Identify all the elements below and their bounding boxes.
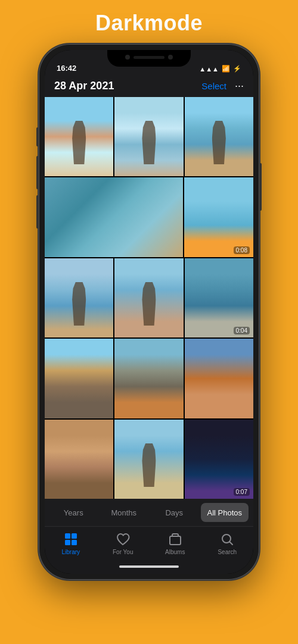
select-button[interactable]: Select: [201, 81, 226, 91]
timeline-bar: Years Months Days All Photos: [45, 499, 253, 526]
photo-cell[interactable]: [45, 97, 113, 176]
signal-icon: ▲▲▲: [199, 65, 219, 73]
tab-search-label: Search: [218, 549, 237, 555]
svg-rect-2: [65, 540, 70, 545]
page-title: Darkmode: [95, 11, 203, 36]
phone-frame: 16:42 ▲▲▲ 📶 ⚡ 28 Apr 2021 Select ···: [39, 44, 259, 580]
notch-camera: [125, 55, 173, 60]
search-icon: [219, 532, 235, 547]
status-icons: ▲▲▲ 📶 ⚡: [199, 65, 241, 73]
grid-row: [45, 97, 253, 176]
tab-albums-label: Albums: [165, 549, 185, 555]
person-silhouette: [70, 121, 88, 164]
photo-header: 28 Apr 2021 Select ···: [45, 76, 253, 97]
photo-cell[interactable]: [114, 97, 183, 176]
video-duration: 0:08: [234, 246, 250, 254]
power-button[interactable]: [259, 163, 262, 211]
tab-albums[interactable]: Albums: [149, 532, 201, 555]
photo-cell[interactable]: [45, 177, 183, 257]
foryou-icon: [115, 532, 131, 547]
photo-date: 28 Apr 2021: [54, 80, 114, 92]
photo-cell[interactable]: 0:04: [185, 258, 253, 337]
svg-rect-0: [65, 533, 70, 539]
photo-cell[interactable]: [114, 258, 183, 337]
photo-cell[interactable]: 0:08: [184, 177, 253, 257]
albums-icon: [167, 532, 183, 547]
photo-cell[interactable]: [45, 339, 113, 418]
volume-down-button[interactable]: [36, 195, 39, 229]
person-silhouette: [141, 443, 158, 487]
speaker: [134, 56, 164, 59]
svg-rect-3: [72, 540, 77, 545]
photo-cell[interactable]: [114, 420, 183, 499]
person-silhouette: [210, 121, 228, 164]
library-icon: [63, 532, 79, 547]
video-duration: 0:04: [234, 327, 250, 334]
camera-dot: [125, 55, 130, 60]
svg-rect-4: [170, 536, 181, 545]
video-duration: 0:07: [234, 488, 250, 496]
timeline-days[interactable]: Days: [150, 503, 198, 522]
person-silhouette: [70, 282, 88, 326]
notch: [107, 50, 191, 67]
phone-screen: 16:42 ▲▲▲ 📶 ⚡ 28 Apr 2021 Select ···: [45, 50, 253, 574]
tab-foryou[interactable]: For You: [97, 532, 150, 555]
grid-row: [45, 339, 253, 418]
timeline-months[interactable]: Months: [100, 503, 148, 522]
timeline-allphotos[interactable]: All Photos: [201, 503, 249, 522]
tab-foryou-label: For You: [113, 549, 133, 555]
more-button[interactable]: ···: [235, 80, 244, 92]
photo-cell[interactable]: [185, 339, 253, 418]
wifi-icon: 📶: [222, 65, 230, 73]
home-indicator: [119, 565, 179, 568]
tab-library-label: Library: [61, 549, 80, 555]
phone-device: 16:42 ▲▲▲ 📶 ⚡ 28 Apr 2021 Select ···: [39, 44, 259, 580]
photo-cell[interactable]: [45, 258, 113, 337]
volume-up-button[interactable]: [36, 156, 39, 189]
person-silhouette: [141, 282, 158, 326]
svg-rect-1: [72, 533, 77, 539]
grid-row: 0:07: [45, 420, 253, 499]
mute-button[interactable]: [36, 127, 39, 146]
grid-row: 0:08: [45, 177, 253, 257]
photo-cell[interactable]: [185, 97, 253, 176]
tab-search[interactable]: Search: [201, 532, 254, 555]
photo-cell[interactable]: 0:07: [185, 420, 253, 499]
grid-row: 0:04: [45, 258, 253, 337]
photo-cell[interactable]: [114, 339, 183, 418]
person-silhouette: [141, 121, 158, 164]
photo-grid: 0:08 0:04: [45, 97, 253, 499]
header-actions: Select ···: [201, 80, 244, 92]
status-time: 16:42: [57, 64, 76, 73]
sensor-dot: [168, 55, 173, 60]
timeline-years[interactable]: Years: [49, 503, 98, 522]
battery-icon: ⚡: [233, 65, 241, 73]
tab-library[interactable]: Library: [45, 532, 97, 555]
photo-cell[interactable]: [45, 420, 113, 499]
